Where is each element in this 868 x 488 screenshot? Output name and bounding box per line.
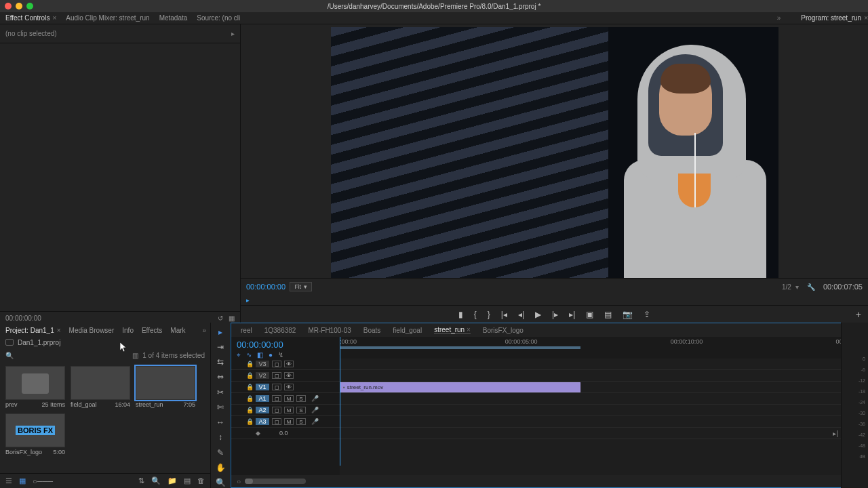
track-header-V2[interactable]: 🔒V2◻👁	[231, 370, 340, 382]
ripple-tool-icon[interactable]: ⇆	[214, 357, 226, 367]
sequence-tab-reel[interactable]: reel	[241, 327, 252, 334]
tab-effects[interactable]: Effects	[142, 327, 162, 334]
program-ruler[interactable]: ▸	[241, 296, 868, 306]
solo-icon[interactable]: S	[296, 418, 306, 425]
playhead-icon[interactable]: ▸	[246, 297, 250, 304]
sync-lock-icon[interactable]: ◻	[272, 372, 281, 379]
wrench-icon[interactable]: 🔧	[807, 283, 815, 291]
bin-item-prev[interactable]: prev25 Items	[5, 366, 65, 408]
find-icon[interactable]: 🔍	[151, 476, 161, 485]
sort-icon[interactable]: ⇅	[138, 476, 144, 485]
loop-icon[interactable]: ↺	[218, 314, 223, 322]
track-name[interactable]: A3	[256, 418, 269, 425]
mute-icon[interactable]: M	[284, 407, 294, 413]
master-track-row[interactable]: ▸|	[340, 428, 841, 439]
program-timecode-left[interactable]: 00:00:00:00	[246, 283, 285, 291]
minimize-window-icon[interactable]	[16, 3, 22, 9]
track-row-V3[interactable]	[340, 359, 841, 370]
timeline-zoom-scroll[interactable]	[245, 479, 306, 484]
audio-keyframe-icon[interactable]: ◆	[256, 430, 260, 436]
track-header-V3[interactable]: 🔒V3◻👁	[231, 359, 340, 370]
close-icon[interactable]: ×	[864, 14, 868, 22]
scroll-handle[interactable]	[245, 479, 253, 484]
project-file-row[interactable]: Dan1_1.prproj	[0, 336, 210, 348]
extract-icon[interactable]: ▤	[604, 310, 612, 319]
trash-icon[interactable]: 🗑	[197, 476, 205, 485]
timeline-ruler[interactable]: :00:0000:00:05:0000:00:10:0000:00:15:00	[340, 337, 841, 359]
track-name[interactable]: A1	[256, 395, 269, 402]
new-item-icon[interactable]: ▤	[184, 476, 191, 485]
zoom-slider[interactable]: ○───	[33, 477, 53, 485]
track-name[interactable]: V1	[256, 384, 269, 390]
close-icon[interactable]: ×	[465, 326, 471, 333]
track-row-V2[interactable]	[340, 370, 841, 382]
program-monitor[interactable]	[241, 24, 868, 278]
step-back-icon[interactable]: ◂|	[518, 310, 524, 319]
add-button-icon[interactable]: +	[856, 309, 861, 320]
lift-icon[interactable]: ▣	[586, 310, 593, 319]
track-select-tool-icon[interactable]: ⇥	[214, 342, 226, 352]
bin-item-street_run[interactable]: street_run7:05	[136, 366, 195, 408]
eye-icon[interactable]: 👁	[284, 384, 294, 390]
zoom-tool-icon[interactable]: 🔍	[214, 478, 226, 488]
sequence-tab-field_goal[interactable]: field_goal	[393, 327, 422, 334]
track-row-A2[interactable]	[340, 405, 841, 416]
new-bin-icon[interactable]: 📁	[167, 476, 177, 485]
sync-lock-icon[interactable]: ◻	[272, 384, 281, 390]
track-content[interactable]: ▪street_run.mov▸|	[340, 359, 841, 475]
slide-tool-icon[interactable]: ↕	[214, 432, 226, 443]
tab-markers[interactable]: Mark	[170, 327, 185, 334]
track-name[interactable]: V3	[256, 361, 269, 367]
chevron-right-icon[interactable]: ▸	[231, 30, 235, 37]
lock-icon[interactable]: 🔒	[246, 361, 253, 367]
mic-icon[interactable]: 🎤	[311, 418, 319, 425]
sequence-tab-street_run[interactable]: street_run ×	[434, 326, 471, 334]
filter-bin-icon[interactable]: ▥	[132, 352, 138, 359]
marker-icon[interactable]: ▮	[458, 310, 463, 319]
tab-project[interactable]: Project: Dan1_1×	[5, 327, 61, 334]
sync-lock-icon[interactable]: ◻	[272, 395, 281, 402]
razor-tool-icon[interactable]: ✄	[214, 402, 226, 412]
sync-lock-icon[interactable]: ◻	[272, 418, 281, 425]
track-header-V1[interactable]: 🔒V1◻👁	[231, 382, 340, 393]
resolution-ratio[interactable]: 1/2	[782, 283, 791, 291]
out-point-icon[interactable]: }	[488, 310, 490, 319]
sequence-tab-MR-FH100-03[interactable]: MR-FH100-03	[308, 327, 351, 334]
mute-icon[interactable]: M	[284, 395, 294, 402]
insert-icon[interactable]: ▦	[229, 314, 235, 322]
solo-icon[interactable]: S	[296, 395, 306, 402]
track-row-A3[interactable]	[340, 416, 841, 428]
tab-metadata[interactable]: Metadata	[159, 14, 188, 22]
lock-icon[interactable]: 🔒	[246, 372, 253, 379]
go-to-in-icon[interactable]: |◂	[501, 310, 507, 319]
tab-info[interactable]: Info	[122, 327, 134, 334]
track-name[interactable]: V2	[256, 372, 269, 379]
icon-view-icon[interactable]: ▦	[19, 476, 26, 485]
track-header-A2[interactable]: 🔒A2◻MS🎤	[231, 405, 340, 416]
close-window-icon[interactable]	[5, 3, 12, 9]
close-icon[interactable]: ×	[57, 327, 61, 334]
selection-tool-icon[interactable]: ▸	[214, 327, 226, 337]
chevron-right-icon[interactable]: »	[202, 327, 206, 334]
tab-audio-mixer[interactable]: Audio Clip Mixer: street_run	[66, 14, 149, 22]
chevron-right-icon[interactable]: »	[777, 14, 781, 22]
play-icon[interactable]: ▶	[535, 310, 541, 319]
lock-icon[interactable]: 🔒	[246, 384, 253, 390]
zoom-window-icon[interactable]	[26, 3, 33, 9]
close-icon[interactable]: ×	[52, 14, 56, 22]
tab-effect-controls[interactable]: Effect Controls×	[5, 14, 56, 22]
sync-lock-icon[interactable]: ◻	[272, 361, 281, 367]
expand-icon[interactable]: ▸|	[833, 430, 838, 437]
slip-tool-icon[interactable]: ↔	[214, 418, 226, 428]
step-forward-icon[interactable]: |▸	[552, 310, 558, 319]
timeline-timecode[interactable]: 00:00:00:00	[237, 340, 334, 350]
sync-lock-icon[interactable]: ◻	[272, 407, 281, 413]
list-view-icon[interactable]: ☰	[5, 476, 12, 485]
export-frame-icon[interactable]: ⇪	[644, 310, 650, 319]
zoom-out-icon[interactable]: ○	[237, 478, 241, 485]
mute-icon[interactable]: M	[284, 418, 294, 425]
tab-media-browser[interactable]: Media Browser	[69, 327, 115, 334]
bin-item-BorisFX_logo[interactable]: BORIS FXBorisFX_logo5:00	[5, 413, 65, 455]
timeline-clip[interactable]: ▪street_run.mov	[340, 382, 580, 392]
mic-icon[interactable]: 🎤	[311, 395, 319, 402]
